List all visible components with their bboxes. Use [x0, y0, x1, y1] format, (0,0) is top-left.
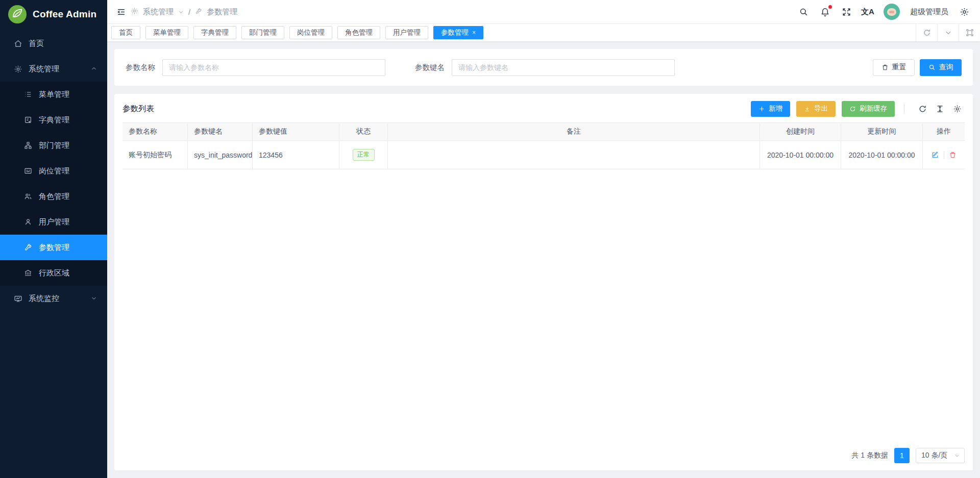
fullscreen-icon[interactable]	[841, 6, 852, 17]
col-header-status: 状态	[339, 123, 388, 141]
col-header-created: 创建时间	[760, 123, 841, 141]
notification-bell-icon[interactable]	[819, 6, 830, 17]
sidebar-item-role-mgmt[interactable]: 角色管理	[0, 184, 107, 209]
col-header-remark: 备注	[388, 123, 760, 141]
col-header-name: 参数名称	[122, 123, 188, 141]
refresh-table-icon[interactable]	[915, 101, 930, 116]
user-name[interactable]: 超级管理员	[910, 7, 948, 17]
breadcrumb-separator: /	[188, 8, 190, 16]
sidebar-item-dept-mgmt[interactable]: 部门管理	[0, 133, 107, 158]
refresh-icon[interactable]	[916, 24, 937, 41]
close-icon[interactable]: ×	[472, 29, 476, 36]
sidebar-item-label: 参数管理	[39, 243, 69, 253]
sidebar-submenu-system: 菜单管理 字典管理 部门管理	[0, 82, 107, 286]
tab-user-mgmt[interactable]: 用户管理	[385, 26, 428, 39]
cell-param-value: 123456	[253, 141, 339, 169]
breadcrumb-wrench-icon	[195, 8, 202, 16]
gear-icon	[13, 64, 22, 73]
delete-icon[interactable]	[949, 151, 957, 159]
home-icon	[13, 39, 22, 48]
breadcrumb-level2: 参数管理	[207, 7, 237, 17]
sidebar-item-label: 首页	[29, 39, 44, 48]
search-icon[interactable]	[798, 6, 809, 17]
param-name-input[interactable]	[162, 59, 385, 76]
app-logo: Coffee Admin	[0, 0, 107, 29]
search-label: 查询	[939, 63, 953, 72]
tab-home[interactable]: 首页	[111, 26, 140, 39]
chevron-down-icon[interactable]	[937, 24, 959, 41]
filter-actions: 重置 查询	[873, 59, 962, 76]
sidebar-item-post-mgmt[interactable]: 岗位管理	[0, 158, 107, 184]
cell-param-name: 账号初始密码	[122, 141, 188, 169]
param-name-label: 参数名称	[126, 63, 155, 72]
row-density-icon[interactable]	[932, 101, 947, 116]
tab-menu-mgmt[interactable]: 菜单管理	[145, 26, 188, 39]
edit-icon[interactable]	[931, 151, 939, 159]
param-list-card: 参数列表 新增 导出	[114, 94, 973, 470]
content: 参数名称 参数键名 重置 查询	[107, 41, 980, 478]
param-key-input[interactable]	[452, 59, 675, 76]
sidebar-item-region-mgmt[interactable]: 行政区域	[0, 260, 107, 286]
sidebar-item-user-mgmt[interactable]: 用户管理	[0, 209, 107, 235]
refresh-cache-button[interactable]: 刷新缓存	[842, 101, 895, 117]
col-header-key: 参数键名	[188, 123, 253, 141]
param-table: 参数名称 参数键名 参数键值 状态 备注 创建时间 更新时间 操作 账号初始密码	[122, 122, 965, 169]
sidebar-collapse-icon[interactable]	[116, 7, 126, 17]
param-key-label: 参数键名	[415, 63, 445, 72]
sidebar: Coffee Admin 首页 系统管理	[0, 0, 107, 478]
page-size-select[interactable]: 10 条/页	[916, 448, 965, 463]
sidebar-item-label: 菜单管理	[39, 90, 69, 99]
app-title: Coffee Admin	[33, 9, 96, 20]
column-settings-gear-icon[interactable]	[949, 101, 965, 116]
top-header: 系统管理 / 参数管理	[107, 0, 980, 24]
filter-card: 参数名称 参数键名 重置 查询	[114, 49, 973, 86]
main-area: 系统管理 / 参数管理	[107, 0, 980, 478]
cell-status: 正常	[339, 141, 388, 169]
id-badge-icon	[23, 166, 33, 175]
table-header: 参数名称 参数键名 参数键值 状态 备注 创建时间 更新时间 操作	[122, 123, 965, 141]
tab-dept-mgmt[interactable]: 部门管理	[241, 26, 284, 39]
sidebar-item-label: 用户管理	[39, 217, 69, 227]
sidebar-item-param-mgmt[interactable]: 参数管理	[0, 235, 107, 260]
col-header-value: 参数键值	[253, 123, 339, 141]
reset-button[interactable]: 重置	[873, 59, 915, 76]
download-icon	[804, 106, 811, 112]
tab-dict-mgmt[interactable]: 字典管理	[193, 26, 236, 39]
sidebar-item-system[interactable]: 系统管理	[0, 56, 107, 82]
sidebar-menu: 首页 系统管理 菜单管理	[0, 31, 107, 311]
sidebar-item-home[interactable]: 首页	[0, 31, 107, 56]
refresh-icon	[849, 106, 856, 112]
search-button[interactable]: 查询	[920, 59, 962, 76]
add-button[interactable]: 新增	[751, 101, 790, 117]
sidebar-item-dict-mgmt[interactable]: 字典管理	[0, 107, 107, 133]
translate-icon[interactable]: 文A	[862, 6, 873, 17]
wrench-icon	[23, 243, 33, 252]
monitor-icon	[13, 294, 22, 303]
maximize-icon[interactable]	[959, 24, 980, 41]
card-title: 参数列表	[122, 104, 154, 114]
refresh-cache-label: 刷新缓存	[860, 104, 887, 113]
tab-label: 参数管理	[441, 28, 469, 37]
roles-icon	[23, 192, 33, 201]
tab-role-mgmt[interactable]: 角色管理	[337, 26, 380, 39]
page-size-value: 10 条/页	[921, 451, 947, 460]
settings-gear-icon[interactable]	[959, 6, 970, 17]
breadcrumb-level1[interactable]: 系统管理	[143, 7, 174, 17]
col-header-action: 操作	[923, 123, 965, 141]
card-header: 参数列表 新增 导出	[122, 98, 965, 119]
page-number-button[interactable]: 1	[894, 448, 910, 463]
sidebar-item-monitor[interactable]: 系统监控	[0, 286, 107, 311]
plus-icon	[758, 106, 765, 112]
tabs: 首页 菜单管理 字典管理 部门管理 岗位管理 角色管理 用户管理 参数管理 ×	[107, 24, 487, 41]
header-actions: 文A 超级管理员	[798, 4, 970, 20]
notification-badge-dot	[828, 5, 832, 9]
tab-post-mgmt[interactable]: 岗位管理	[289, 26, 332, 39]
export-button[interactable]: 导出	[796, 101, 836, 117]
sidebar-item-menu-mgmt[interactable]: 菜单管理	[0, 82, 107, 107]
sidebar-item-label: 岗位管理	[39, 166, 69, 176]
tab-param-mgmt[interactable]: 参数管理 ×	[433, 26, 483, 39]
export-label: 导出	[814, 104, 828, 113]
col-header-updated: 更新时间	[841, 123, 923, 141]
table-body: 账号初始密码 sys_init_password 123456 正常 2020-…	[122, 141, 965, 169]
avatar[interactable]	[884, 4, 900, 20]
